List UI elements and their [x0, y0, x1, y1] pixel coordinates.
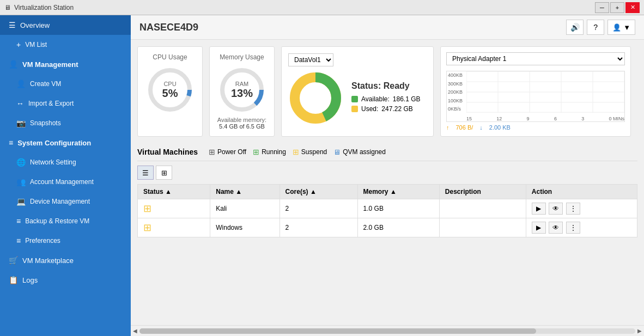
network-panel: Physical Adapter 1 400KB 300KB 200KB 100…: [440, 46, 631, 137]
scroll-right-button[interactable]: ▶: [637, 328, 642, 334]
vm-section-title: Virtual Machines: [137, 148, 198, 156]
network-chart: 400KB 300KB 200KB 100KB 0KB/s: [446, 71, 625, 122]
device-icon: 💻: [16, 197, 26, 206]
help-icon: ?: [593, 23, 598, 32]
row1-memory: 1.0 GB: [357, 199, 439, 218]
system-config-icon: ≡: [9, 138, 13, 147]
maximize-button[interactable]: +: [610, 2, 624, 13]
vm-list-icon: +: [16, 40, 21, 49]
sidebar-item-vm-list[interactable]: + VM List: [0, 35, 131, 54]
marketplace-icon: 🛒: [9, 256, 18, 265]
sidebar-item-snapshots[interactable]: 📷 Snapshots: [0, 113, 131, 133]
sidebar-item-overview[interactable]: ☰ Overview: [0, 15, 131, 35]
sidebar-item-system-config[interactable]: ≡ System Configuration: [0, 133, 131, 152]
vm-toolbar: ☰ ⊞: [137, 166, 637, 180]
minimize-button[interactable]: ─: [595, 2, 609, 13]
qvm-icon: 🖥: [333, 148, 341, 156]
row2-description: [439, 218, 526, 237]
sidebar-item-import-export[interactable]: ↔ Import & Export: [0, 94, 131, 113]
sidebar-item-account-management[interactable]: 👥 Account Management: [0, 172, 131, 192]
user-icon: 👤: [612, 23, 621, 32]
row1-name: Kali: [210, 199, 280, 218]
upload-value: 706 B/: [456, 124, 473, 131]
scroll-area: ◀ ▶: [131, 325, 644, 336]
app-icon: 🖥: [4, 4, 11, 11]
row1-status-icon: ⊞: [143, 203, 151, 214]
legend-suspend: ⊞ Suspend: [293, 148, 327, 156]
sound-button[interactable]: 🔊: [566, 20, 584, 35]
sidebar-item-device-management[interactable]: 💻 Device Management: [0, 192, 131, 211]
top-bar-actions: 🔊 ? 👤 ▼: [566, 20, 635, 35]
row2-action: ▶ 👁 ⋮: [526, 218, 637, 237]
scroll-track[interactable]: [139, 328, 635, 334]
sidebar-item-create-vm[interactable]: 👤 Create VM: [0, 74, 131, 94]
grid-view-icon: ⊞: [161, 169, 167, 177]
storage-dropdown[interactable]: DataVol1: [288, 53, 333, 66]
download-icon: ↓: [479, 124, 483, 131]
close-button[interactable]: ✕: [625, 2, 640, 13]
list-view-button[interactable]: ☰: [137, 166, 154, 180]
storage-used-item: Used: 247.22 GB: [351, 105, 421, 113]
storage-top: DataVol1: [288, 53, 427, 66]
sidebar-item-preferences[interactable]: ≡ Preferences: [0, 231, 131, 251]
row2-more-button[interactable]: ⋮: [566, 222, 580, 234]
storage-donut-svg: [288, 71, 343, 125]
logs-icon: 📋: [9, 276, 18, 284]
network-dropdown[interactable]: Physical Adapter 1: [446, 52, 625, 65]
col-memory: Memory ▲: [357, 185, 439, 199]
sidebar: ☰ Overview + VM List 👤 VM Management 👤 C…: [0, 15, 131, 336]
vm-header: Virtual Machines ⊞ Power Off ⊞ Running ⊞…: [137, 143, 637, 161]
cpu-gauge: CPU 5%: [145, 65, 195, 114]
col-name: Name ▲: [210, 185, 280, 199]
title-bar: 🖥 Virtualization Station ─ + ✕: [0, 0, 644, 15]
overview-icon: ☰: [9, 21, 16, 29]
x-axis-labels: 15 12 9 6 3 0 MINs: [466, 116, 624, 121]
chart-grid-svg: [466, 71, 624, 113]
row1-status: ⊞: [138, 199, 210, 218]
help-button[interactable]: ?: [587, 20, 604, 35]
import-export-icon: ↔: [16, 99, 24, 108]
storage-panel: DataVol1 Status: Ready: [281, 46, 434, 137]
sidebar-item-logs[interactable]: 📋 Logs: [0, 270, 131, 290]
row2-play-button[interactable]: ▶: [532, 222, 546, 234]
upload-icon: ↑: [446, 124, 449, 131]
used-dot: [351, 106, 358, 112]
vm-mgmt-icon: 👤: [9, 60, 18, 69]
sidebar-item-backup-restore[interactable]: ≡ Backup & Restore VM: [0, 211, 131, 231]
sidebar-item-network-setting[interactable]: 🌐 Network Setting: [0, 152, 131, 172]
user-dropdown-icon: ▼: [623, 23, 630, 32]
grid-view-button[interactable]: ⊞: [156, 166, 172, 180]
row2-status: ⊞: [138, 218, 210, 237]
row2-view-button[interactable]: 👁: [549, 222, 563, 234]
device-name: NASECE4D9: [139, 22, 198, 33]
col-status: Status ▲: [138, 185, 210, 199]
storage-body: Status: Ready Available: 186.1 GB Used: …: [288, 71, 427, 125]
row2-cores: 2: [280, 218, 357, 237]
table-row: ⊞ Kali 2 1.0 GB ▶ 👁 ⋮: [138, 199, 637, 218]
scroll-left-button[interactable]: ◀: [133, 328, 137, 334]
vm-table-container: Status ▲ Name ▲ Core(s) ▲ Memory ▲ Descr…: [137, 184, 637, 319]
row1-cores: 2: [280, 199, 357, 218]
scroll-thumb[interactable]: [139, 328, 536, 334]
storage-available-item: Available: 186.1 GB: [351, 95, 421, 103]
prefs-icon: ≡: [16, 236, 21, 245]
legend-qvm: 🖥 QVM assigned: [333, 148, 386, 156]
row1-view-button[interactable]: 👁: [549, 203, 563, 215]
download-value: 2.00 KB: [489, 124, 511, 131]
user-button[interactable]: 👤 ▼: [607, 20, 635, 35]
legend-running: ⊞ Running: [253, 148, 286, 156]
table-row: ⊞ Windows 2 2.0 GB ▶ 👁 ⋮: [138, 218, 637, 237]
y-axis-labels: 400KB 300KB 200KB 100KB 0KB/s: [447, 71, 466, 113]
backup-icon: ≡: [16, 217, 21, 225]
sidebar-item-marketplace[interactable]: 🛒 VM Marketplace: [0, 251, 131, 270]
sound-icon: 🔊: [570, 23, 580, 32]
cpu-panel: CPU Usage CPU 5%: [137, 46, 203, 137]
row1-more-button[interactable]: ⋮: [566, 203, 580, 215]
row1-play-button[interactable]: ▶: [532, 203, 546, 215]
account-icon: 👥: [16, 178, 26, 186]
list-view-icon: ☰: [142, 169, 149, 177]
table-header-row: Status ▲ Name ▲ Core(s) ▲ Memory ▲ Descr…: [138, 185, 637, 199]
title-bar-controls: ─ + ✕: [595, 2, 640, 13]
row2-status-icon: ⊞: [143, 222, 151, 233]
sidebar-item-vm-management[interactable]: 👤 VM Management: [0, 54, 131, 74]
